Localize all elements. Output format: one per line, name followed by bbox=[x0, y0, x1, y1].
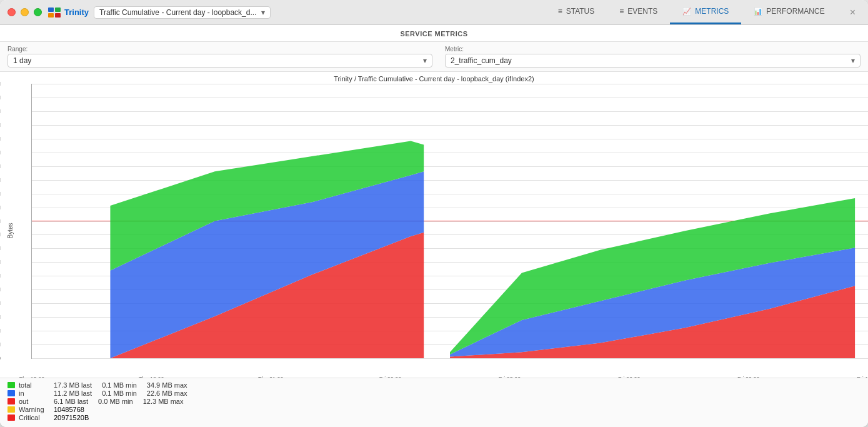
legend-label-critical: Critical bbox=[19, 414, 50, 421]
tab-metrics[interactable]: 📈 METRICS bbox=[670, 0, 741, 24]
legend-section: total 17.3 MB last 0.1 MB min 34.9 MB ma… bbox=[0, 378, 868, 427]
legend-label-in: in bbox=[19, 389, 50, 397]
x-label: Fri 03:00 bbox=[499, 376, 521, 378]
window-close-button[interactable]: × bbox=[845, 7, 861, 18]
window-controls bbox=[7, 8, 42, 16]
title-bar: Trinity Traffic Cumulative - Current day… bbox=[0, 0, 868, 25]
y-label: 24 M bbox=[0, 191, 1, 197]
legend-stats-total: 17.3 MB last 0.1 MB min 34.9 MB max bbox=[54, 381, 187, 389]
y-label: 0 bbox=[0, 355, 1, 361]
warning-value: 10485768 bbox=[54, 406, 84, 413]
performance-icon: 📊 bbox=[754, 8, 762, 16]
out-max: 12.3 MB max bbox=[143, 398, 184, 405]
y-label: 36 M bbox=[0, 108, 1, 114]
y-label: 12 M bbox=[0, 273, 1, 279]
y-label: 16 M bbox=[0, 245, 1, 251]
close-button[interactable] bbox=[7, 8, 16, 16]
y-axis-label: Bytes bbox=[7, 223, 14, 238]
x-label: Fri 12:00 bbox=[857, 376, 868, 378]
tab-performance-label: PERFORMANCE bbox=[766, 7, 824, 16]
x-label: Fri 00:00 bbox=[379, 376, 402, 378]
chart-plot: 40 M38 M36 M34 M32 M30 M28 M26 M24 M22 M… bbox=[31, 84, 868, 359]
in-min: 0.1 MB min bbox=[102, 389, 137, 397]
range-control-group: Range: 1 day bbox=[7, 46, 432, 68]
legend-color-critical bbox=[7, 414, 15, 421]
section-title: SERVICE METRICS bbox=[0, 25, 868, 42]
chart-container: Bytes 700 / 1001 / 1002 / 1003 40 M38 M3… bbox=[0, 84, 868, 378]
metric-value: 2_traffic_cum_day bbox=[451, 56, 512, 65]
y-label: 8 M bbox=[0, 300, 1, 306]
range-value: 1 day bbox=[13, 56, 31, 65]
y-label: 34 M bbox=[0, 122, 1, 128]
chart-title: Trinity / Traffic Cumulative - Current d… bbox=[0, 72, 868, 84]
app-logo bbox=[48, 8, 61, 18]
y-label: 40 M bbox=[0, 81, 1, 87]
y-label: 4 M bbox=[0, 328, 1, 334]
main-window: Trinity Traffic Cumulative - Current day… bbox=[0, 0, 868, 427]
y-label: 26 M bbox=[0, 177, 1, 183]
x-label: Fri 06:00 bbox=[618, 376, 641, 378]
minimize-button[interactable] bbox=[21, 8, 29, 16]
legend-total: total 17.3 MB last 0.1 MB min 34.9 MB ma… bbox=[7, 381, 861, 389]
chart-svg bbox=[32, 84, 868, 358]
chart-section: Trinity / Traffic Cumulative - Current d… bbox=[0, 72, 868, 378]
legend-critical: Critical 20971520B bbox=[7, 414, 861, 421]
svg-rect-1 bbox=[55, 8, 61, 12]
metric-control-group: Metric: 2_traffic_cum_day bbox=[445, 46, 861, 68]
app-name: Trinity bbox=[64, 8, 89, 17]
x-label: Thu 21:00 bbox=[258, 376, 284, 378]
metrics-icon: 📈 bbox=[682, 8, 691, 16]
tab-performance[interactable]: 📊 PERFORMANCE bbox=[741, 0, 837, 24]
y-label: 20 M bbox=[0, 218, 1, 224]
critical-value: 20971520B bbox=[54, 414, 89, 421]
breadcrumb-text: Traffic Cumulative - Current day - loopb… bbox=[99, 8, 256, 17]
content-area: SERVICE METRICS Range: 1 day Metric: 2_t… bbox=[0, 25, 868, 427]
range-label: Range: bbox=[7, 46, 432, 53]
legend-label-total: total bbox=[19, 381, 50, 389]
x-label: Fri 09:00 bbox=[737, 376, 760, 378]
in-last: 11.2 MB last bbox=[54, 389, 92, 397]
legend-out: out 6.1 MB last 0.0 MB min 12.3 MB max bbox=[7, 398, 861, 405]
tab-events-label: EVENTS bbox=[627, 7, 657, 16]
y-label: 6 M bbox=[0, 314, 1, 320]
y-label: 30 M bbox=[0, 149, 1, 156]
svg-rect-3 bbox=[55, 13, 61, 18]
legend-label-warning: Warning bbox=[19, 406, 50, 413]
legend-color-warning bbox=[7, 406, 15, 413]
range-select[interactable]: 1 day bbox=[7, 54, 432, 68]
y-label: 10 M bbox=[0, 286, 1, 293]
y-label: 38 M bbox=[0, 94, 1, 101]
legend-stats-out: 6.1 MB last 0.0 MB min 12.3 MB max bbox=[54, 398, 183, 405]
svg-rect-2 bbox=[48, 13, 54, 18]
total-min: 0.1 MB min bbox=[102, 381, 137, 389]
y-label: 22 M bbox=[0, 204, 1, 211]
svg-rect-0 bbox=[48, 8, 54, 12]
legend-label-out: out bbox=[19, 398, 50, 405]
y-label: 18 M bbox=[0, 231, 1, 238]
metric-select[interactable]: 2_traffic_cum_day bbox=[445, 54, 861, 68]
breadcrumb-dropdown[interactable]: Traffic Cumulative - Current day - loopb… bbox=[94, 6, 271, 19]
tab-status-label: STATUS bbox=[566, 7, 595, 16]
nav-tabs: ≡ STATUS ≡ EVENTS 📈 METRICS 📊 PERFORMANC… bbox=[546, 0, 837, 24]
tab-status[interactable]: ≡ STATUS bbox=[546, 0, 607, 24]
events-icon: ≡ bbox=[619, 7, 624, 16]
out-min: 0.0 MB min bbox=[98, 398, 133, 405]
maximize-button[interactable] bbox=[34, 8, 42, 16]
legend-stats-in: 11.2 MB last 0.1 MB min 22.6 MB max bbox=[54, 389, 187, 397]
controls-bar: Range: 1 day Metric: 2_traffic_cum_day bbox=[0, 42, 868, 72]
in-max: 22.6 MB max bbox=[147, 389, 187, 397]
legend-color-total bbox=[7, 382, 15, 388]
status-icon: ≡ bbox=[558, 7, 562, 16]
y-label: 14 M bbox=[0, 259, 1, 265]
total-max: 34.9 MB max bbox=[147, 381, 187, 389]
tab-events[interactable]: ≡ EVENTS bbox=[607, 0, 670, 24]
legend-color-out bbox=[7, 398, 15, 404]
total-last: 17.3 MB last bbox=[54, 381, 92, 389]
grid-line bbox=[32, 358, 868, 359]
legend-color-in bbox=[7, 390, 15, 396]
y-label: 32 M bbox=[0, 136, 1, 142]
out-last: 6.1 MB last bbox=[54, 398, 88, 405]
legend-warning: Warning 10485768 bbox=[7, 406, 861, 413]
metric-label: Metric: bbox=[445, 46, 861, 53]
tab-metrics-label: METRICS bbox=[695, 7, 729, 16]
